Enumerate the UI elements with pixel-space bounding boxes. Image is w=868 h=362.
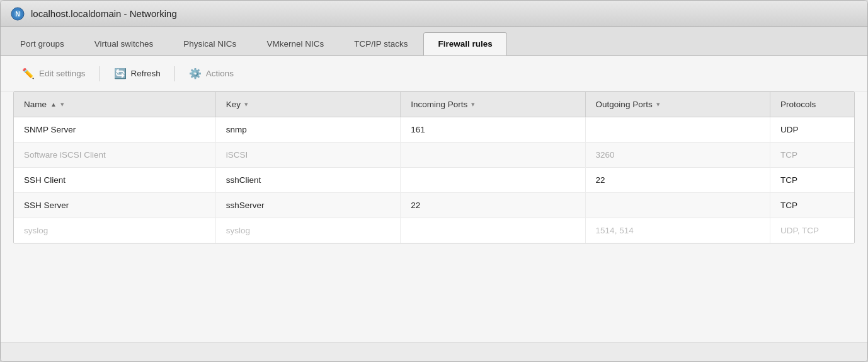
pencil-icon: ✏️ [22, 67, 35, 79]
tab-tcpip-stacks[interactable]: TCP/IP stacks [340, 32, 422, 55]
title-bar: N localhost.localdomain - Networking [1, 1, 867, 27]
tab-firewall-rules[interactable]: Firewall rules [423, 32, 506, 55]
tab-vmkernel-nics[interactable]: VMkernel NICs [252, 32, 338, 55]
table-cell: SSH Server [14, 193, 215, 218]
main-window: N localhost.localdomain - Networking Por… [0, 0, 868, 362]
table-cell: UDP [770, 117, 854, 143]
firewall-rules-table: Name ▲ ▾ Key ▾ [13, 91, 855, 243]
actions-button[interactable]: ⚙️ Actions [180, 64, 243, 83]
tabs-bar: Port groups Virtual switches Physical NI… [1, 27, 867, 56]
table-cell: 161 [401, 117, 585, 143]
table-header-row: Name ▲ ▾ Key ▾ [14, 92, 854, 117]
table-cell: 22 [585, 168, 770, 193]
table-cell [585, 117, 770, 143]
app-icon: N [11, 7, 25, 21]
tab-physical-nics[interactable]: Physical NICs [169, 32, 251, 55]
table-cell [401, 143, 585, 168]
table-row[interactable]: SSH ServersshServer22TCP [14, 193, 854, 218]
edit-settings-button[interactable]: ✏️ Edit settings [13, 64, 94, 83]
table-cell [401, 168, 585, 193]
refresh-button[interactable]: 🔄 Refresh [105, 64, 169, 83]
table-cell: syslog [215, 218, 400, 243]
chevron-down-icon: ▾ [244, 100, 248, 108]
col-name[interactable]: Name ▲ ▾ [14, 92, 215, 117]
table-cell: SNMP Server [14, 117, 215, 143]
gear-icon: ⚙️ [189, 67, 202, 79]
toolbar: ✏️ Edit settings 🔄 Refresh ⚙️ Actions [1, 56, 867, 91]
toolbar-divider-2 [174, 66, 175, 81]
table-cell: 1514, 514 [585, 218, 770, 243]
tab-virtual-switches[interactable]: Virtual switches [80, 32, 168, 55]
chevron-down-icon: ▾ [656, 100, 660, 108]
table-cell: syslog [14, 218, 215, 243]
table-cell: snmp [215, 117, 400, 143]
table-cell: sshServer [215, 193, 400, 218]
sort-asc-icon: ▲ [50, 101, 57, 108]
refresh-icon: 🔄 [114, 67, 127, 79]
table-cell [401, 218, 585, 243]
content-area: Name ▲ ▾ Key ▾ [1, 91, 867, 342]
table-row[interactable]: SSH ClientsshClient22TCP [14, 168, 854, 193]
footer [1, 342, 867, 361]
table-cell: TCP [770, 193, 854, 218]
col-incoming-ports[interactable]: Incoming Ports ▾ [401, 92, 585, 117]
toolbar-divider-1 [100, 66, 100, 81]
table-cell [585, 193, 770, 218]
window-title: localhost.localdomain - Networking [31, 8, 177, 19]
table-cell: sshClient [215, 168, 400, 193]
table-cell: Software iSCSI Client [14, 143, 215, 168]
svg-text:N: N [15, 11, 20, 18]
table-row[interactable]: Software iSCSI ClientiSCSI3260TCP [14, 143, 854, 168]
chevron-down-icon: ▾ [60, 100, 64, 108]
table-row[interactable]: SNMP Serversnmp161UDP [14, 117, 854, 143]
table-cell: 3260 [585, 143, 770, 168]
table-cell: UDP, TCP [770, 218, 854, 243]
col-protocols[interactable]: Protocols [770, 92, 854, 117]
table-cell: iSCSI [215, 143, 400, 168]
table-row[interactable]: syslogsyslog1514, 514UDP, TCP [14, 218, 854, 243]
table-cell: 22 [401, 193, 585, 218]
tab-port-groups[interactable]: Port groups [6, 32, 79, 55]
table-cell: TCP [770, 143, 854, 168]
chevron-down-icon: ▾ [471, 100, 475, 108]
table-cell: TCP [770, 168, 854, 193]
table-cell: SSH Client [14, 168, 215, 193]
col-key[interactable]: Key ▾ [215, 92, 400, 117]
col-outgoing-ports[interactable]: Outgoing Ports ▾ [585, 92, 770, 117]
